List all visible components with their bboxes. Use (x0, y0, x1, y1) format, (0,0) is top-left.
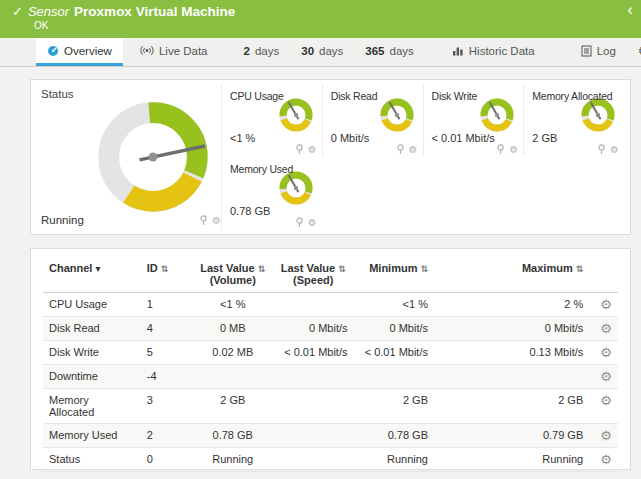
minimum-value (354, 365, 435, 389)
tab-label: days (390, 38, 414, 64)
channel-name: Disk Read (43, 317, 141, 341)
table-row[interactable]: Disk Write 5 0.02 MB < 0.01 Mbit/s < 0.0… (43, 341, 618, 365)
tab-live-data[interactable]: Live Data (129, 38, 219, 66)
column-header-maximum[interactable]: Maximum⇅ (434, 255, 589, 293)
channel-settings-icon[interactable]: ⚙ (600, 452, 612, 467)
column-header-id[interactable]: ID⇅ (141, 255, 193, 293)
channel-gauge (379, 97, 415, 133)
pin-icon[interactable] (496, 144, 505, 155)
channel-settings-icon[interactable]: ⚙ (600, 428, 612, 443)
gear-icon[interactable]: ⚙ (409, 145, 418, 155)
channel-name: Downtime (43, 365, 141, 389)
channel-gauge (479, 97, 515, 133)
channel-id: 3 (141, 389, 193, 424)
channel-id: 5 (141, 341, 193, 365)
tab-label: Overview (64, 38, 112, 64)
last-value-speed (273, 293, 354, 317)
tab-2-days[interactable]: 2 days (233, 38, 291, 66)
tab-historic-data[interactable]: Historic Data (441, 38, 546, 66)
historic-data-chart-icon (452, 45, 464, 56)
tab-label: Historic Data (469, 38, 535, 64)
tab-log[interactable]: Log (570, 38, 627, 66)
sensor-status-text: OK (34, 20, 631, 31)
maximum-value: 2 % (434, 293, 589, 317)
channel-gauge (580, 97, 616, 133)
gear-icon[interactable]: ⚙ (308, 218, 317, 228)
sort-icon: ⇅ (258, 264, 266, 274)
status-panel: Status Running ⚙ CPU Usage (30, 79, 631, 235)
sensor-status-value: Running (41, 214, 84, 226)
channel-settings-icon[interactable]: ⚙ (600, 345, 612, 360)
column-header-minimum[interactable]: Minimum⇅ (354, 255, 435, 293)
gauge-label: Disk Write (432, 90, 478, 102)
maximum-value (434, 365, 589, 389)
channel-gauge (278, 97, 314, 133)
pin-icon[interactable] (295, 217, 304, 228)
channel-id: 4 (141, 317, 193, 341)
sort-active-icon: ▾ (95, 263, 100, 274)
channel-name: CPU Usage (43, 293, 141, 317)
live-data-icon (140, 45, 154, 56)
sensor-kind-label: Sensor (28, 4, 69, 19)
maximum-value: 0.79 GB (434, 424, 589, 448)
channel-id: 2 (141, 424, 193, 448)
gear-icon[interactable]: ⚙ (509, 145, 518, 155)
tab-number: 2 (244, 38, 250, 64)
log-document-icon (581, 45, 592, 57)
column-header-last-value-volume[interactable]: Last Value⇅ (Volume) (193, 255, 274, 293)
table-row[interactable]: Downtime -4 ⚙ (43, 365, 618, 389)
channel-settings-icon[interactable]: ⚙ (600, 321, 612, 336)
channel-gauge (278, 170, 314, 206)
table-row[interactable]: Status 0 Running Running Running ⚙ (43, 448, 618, 472)
gauge-label: Disk Read (331, 90, 378, 102)
maximum-value: Running (434, 448, 589, 472)
last-value-speed: 0 Mbit/s (273, 317, 354, 341)
gear-icon[interactable]: ⚙ (212, 216, 221, 226)
minimum-value: 0.78 GB (354, 424, 435, 448)
minimum-value: <1 % (354, 293, 435, 317)
status-panel-title: Status (41, 88, 74, 100)
maximum-value: 0 Mbit/s (434, 317, 589, 341)
gear-icon[interactable]: ⚙ (308, 145, 317, 155)
tab-30-days[interactable]: 30 days (290, 38, 354, 66)
tab-settings[interactable]: ⚙ Settings (627, 38, 641, 66)
column-header-last-value-speed[interactable]: Last Value⇅ (Speed) (273, 255, 354, 293)
table-header-row: Channel▾ ID⇅ Last Value⇅ (Volume) Last V… (43, 255, 618, 293)
channel-gauge-cards: CPU Usage <1 % ⚙ Disk Read (221, 84, 624, 230)
pin-icon[interactable] (295, 144, 304, 155)
channel-id: 0 (141, 448, 193, 472)
tab-bar: Overview Live Data 2 days 30 days 365 da… (0, 38, 641, 67)
last-value-speed (273, 389, 354, 424)
channel-settings-icon[interactable]: ⚙ (600, 393, 612, 408)
status-check-icon: ✓ (12, 4, 23, 19)
pin-icon[interactable] (597, 144, 606, 155)
prtg-sensor-page: ✓ Sensor Proxmox Virtual Machine OK ‹ Ov… (0, 0, 641, 479)
minimum-value: < 0.01 Mbit/s (354, 341, 435, 365)
table-row[interactable]: Memory Allocated 3 2 GB 2 GB 2 GB ⚙ (43, 389, 618, 424)
channel-settings-icon[interactable]: ⚙ (600, 297, 612, 312)
last-value-speed (273, 365, 354, 389)
overview-gauge-icon (47, 45, 59, 57)
collapse-header-icon[interactable]: ‹ (627, 2, 633, 18)
tab-365-days[interactable]: 365 days (354, 38, 424, 66)
maximum-value: 0.13 Mbit/s (434, 341, 589, 365)
table-row[interactable]: Memory Used 2 0.78 GB 0.78 GB 0.79 GB ⚙ (43, 424, 618, 448)
tab-overview[interactable]: Overview (36, 38, 123, 66)
channel-settings-icon[interactable]: ⚙ (600, 369, 612, 384)
table-row[interactable]: Disk Read 4 0 MB 0 Mbit/s 0 Mbit/s 0 Mbi… (43, 317, 618, 341)
column-header-channel[interactable]: Channel▾ (43, 255, 141, 293)
sensor-header-bar: ✓ Sensor Proxmox Virtual Machine OK ‹ (0, 0, 641, 38)
last-value-volume: <1 % (193, 293, 274, 317)
pin-icon[interactable] (199, 215, 208, 226)
gauge-card-disk-read: Disk Read 0 Mbit/s ⚙ (322, 84, 423, 157)
gauge-label: CPU Usage (230, 90, 284, 102)
sort-icon: ⇅ (576, 264, 584, 274)
table-row[interactable]: CPU Usage 1 <1 % <1 % 2 % ⚙ (43, 293, 618, 317)
gear-icon[interactable]: ⚙ (610, 145, 619, 155)
pin-icon[interactable] (396, 144, 405, 155)
last-value-volume: 0 MB (193, 317, 274, 341)
gauge-value: < 0.01 Mbit/s (432, 132, 495, 144)
last-value-volume: Running (193, 448, 274, 472)
tab-label: Log (597, 38, 616, 64)
gauge-value: <1 % (230, 132, 255, 144)
